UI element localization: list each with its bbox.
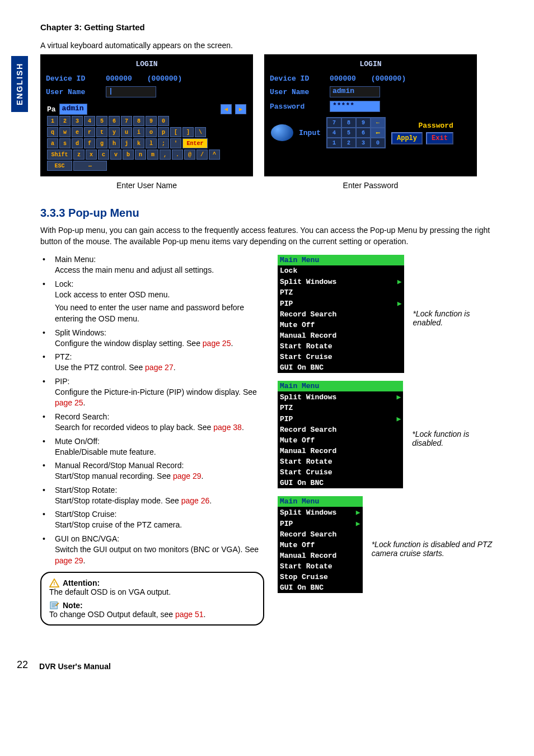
keypad-key[interactable]: 5 (341, 128, 356, 138)
page-link[interactable]: page 25 (55, 398, 83, 407)
vk-key[interactable]: c (98, 150, 109, 160)
vk-key[interactable]: x (86, 150, 97, 160)
password-value[interactable]: ***** (330, 101, 380, 112)
vk-key[interactable]: 5 (96, 116, 107, 126)
vk-key[interactable]: \ (195, 127, 206, 137)
menu-item[interactable]: Manual Record (278, 550, 363, 561)
menu-item[interactable]: PIP▶ (278, 298, 404, 309)
menu-item[interactable]: PIP▶ (278, 518, 363, 529)
keypad-key[interactable]: 3 (356, 138, 371, 148)
menu-item[interactable]: Record Search (278, 309, 404, 320)
vk-key[interactable]: 2 (59, 116, 71, 126)
vk-key[interactable]: t (96, 127, 107, 137)
page-link[interactable]: page 26 (181, 496, 210, 505)
menu-item[interactable]: Manual Record (278, 446, 403, 456)
vk-key[interactable]: Shift (47, 150, 72, 160)
vk-key[interactable]: g (96, 138, 107, 148)
menu-item[interactable]: PIP▶ (278, 413, 403, 424)
keypad-key[interactable]: 6 (356, 128, 371, 138)
vk-key[interactable]: i (133, 127, 144, 137)
keypad-key[interactable]: 4 (327, 128, 341, 138)
page-link[interactable]: page 25 (203, 339, 231, 348)
vk-key[interactable]: y (109, 127, 120, 137)
menu-item[interactable]: Start Rotate (278, 456, 403, 467)
vk-key[interactable]: 7 (121, 116, 132, 126)
vk-key[interactable]: ] (182, 127, 194, 137)
vk-key[interactable]: 6 (109, 116, 120, 126)
menu-item[interactable]: Start Cruise (278, 467, 403, 478)
virtual-keyboard[interactable]: Pa admin ◀ ▶ 1234567890 qwertyuiop[]\ as… (44, 102, 250, 173)
vk-key[interactable]: n (135, 150, 146, 160)
esc-key[interactable]: ESC (47, 161, 72, 171)
user-name-value[interactable]: admin (330, 86, 380, 97)
vk-key[interactable]: 1 (47, 116, 58, 126)
menu-item[interactable]: Split Windows▶ (278, 391, 403, 403)
vk-key[interactable]: f (84, 138, 95, 148)
vk-key[interactable]: s (59, 138, 71, 148)
vk-field[interactable]: admin (59, 104, 87, 115)
apply-button[interactable]: Apply (391, 132, 423, 144)
menu-item[interactable]: PTZ (278, 403, 403, 413)
vk-key[interactable]: d (72, 138, 83, 148)
keypad-key[interactable]: 9 (356, 118, 371, 128)
vk-key[interactable]: ; (158, 138, 169, 148)
keypad-key[interactable]: ← (371, 118, 385, 128)
user-name-field[interactable]: | (106, 86, 156, 97)
numeric-keypad[interactable]: 789←456⟵1230 (326, 117, 386, 148)
menu-item[interactable]: Mute Off (278, 540, 363, 550)
menu-item[interactable]: Mute Off (278, 435, 403, 446)
keypad-key[interactable]: 7 (327, 118, 341, 128)
menu-item[interactable]: Stop Cruise (278, 572, 363, 582)
menu-item[interactable]: GUI On BNC (278, 478, 403, 488)
vk-key[interactable]: v (110, 150, 121, 160)
vk-key[interactable]: [ (170, 127, 181, 137)
vk-key[interactable]: 8 (133, 116, 144, 126)
exit-button[interactable]: Exit (426, 132, 453, 144)
menu-item[interactable]: Start Cruise (278, 352, 404, 362)
menu-item[interactable]: GUI On BNC (278, 582, 363, 593)
vk-key[interactable]: @ (184, 150, 195, 160)
menu-item[interactable]: GUI On BNC (278, 362, 404, 373)
menu-item[interactable]: Start Rotate (278, 341, 404, 352)
vk-key[interactable]: q (47, 127, 58, 137)
vk-key[interactable]: k (133, 138, 144, 148)
vk-key[interactable]: / (196, 150, 208, 160)
vk-key[interactable]: 9 (146, 116, 157, 126)
vk-key[interactable]: m (147, 150, 158, 160)
vk-key[interactable]: , (160, 150, 171, 160)
menu-item[interactable]: PTZ (278, 287, 404, 298)
vk-key[interactable]: w (59, 127, 71, 137)
vk-key[interactable]: 4 (84, 116, 95, 126)
vk-key[interactable]: j (121, 138, 132, 148)
keypad-key[interactable]: 0 (371, 138, 385, 148)
vk-key[interactable]: ^ (209, 150, 220, 160)
vk-key[interactable]: 3 (72, 116, 83, 126)
menu-item[interactable]: Lock (278, 265, 404, 276)
vk-key[interactable]: o (146, 127, 157, 137)
menu-item[interactable]: Split Windows▶ (278, 276, 404, 287)
menu-item[interactable]: Start Rotate (278, 561, 363, 572)
prev-key[interactable]: ◀ (221, 104, 232, 114)
vk-key[interactable]: 0 (158, 116, 169, 126)
vk-key[interactable]: b (123, 150, 134, 160)
keypad-key[interactable]: 2 (341, 138, 356, 148)
keypad-key[interactable]: 1 (327, 138, 341, 148)
vk-key[interactable]: l (146, 138, 157, 148)
page-link[interactable]: page 29 (173, 472, 202, 480)
page-link[interactable]: page 51 (175, 610, 204, 619)
vk-key[interactable]: ' (170, 138, 181, 148)
menu-item[interactable]: Split Windows▶ (278, 507, 363, 518)
page-link[interactable]: page 27 (145, 363, 174, 372)
page-link[interactable]: page 38 (213, 423, 242, 432)
vk-key[interactable]: p (158, 127, 169, 137)
vk-key[interactable]: e (72, 127, 83, 137)
menu-item[interactable]: Mute Off (278, 320, 404, 330)
vk-key[interactable]: z (73, 150, 85, 160)
vk-key[interactable]: u (121, 127, 132, 137)
next-key[interactable]: ▶ (235, 104, 246, 114)
menu-item[interactable]: Record Search (278, 424, 403, 435)
menu-item[interactable]: Manual Record (278, 330, 404, 341)
vk-key[interactable]: h (109, 138, 120, 148)
vk-key[interactable]: a (47, 138, 58, 148)
vk-key[interactable]: . (172, 150, 183, 160)
